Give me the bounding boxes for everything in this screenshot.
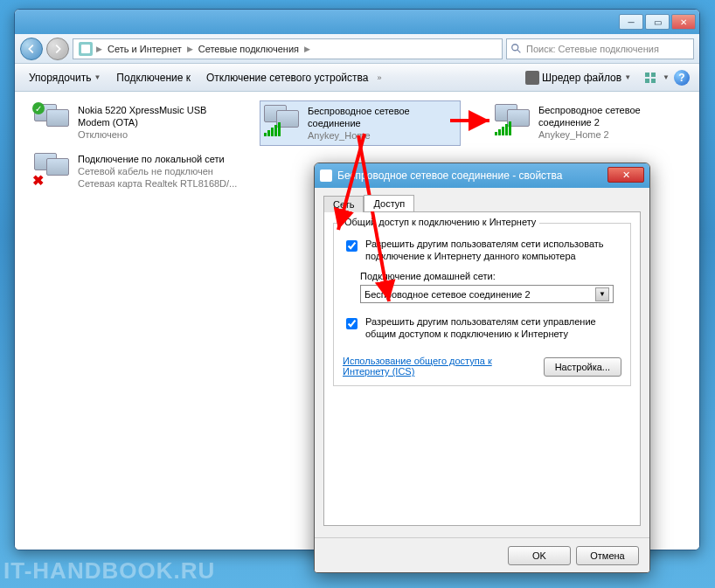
back-button[interactable]	[20, 38, 43, 60]
wifi-icon	[264, 105, 301, 136]
settings-button[interactable]: Настройка...	[544, 357, 621, 377]
connection-item-wifi1[interactable]: Беспроводное сетевое соединение Anykey_H…	[260, 100, 461, 146]
ok-button[interactable]: OK	[508, 546, 571, 565]
chevron-right-icon: ▶	[304, 45, 310, 53]
search-placeholder: Поиск: Сетевые подключения	[526, 44, 659, 54]
shredder-button[interactable]: Шредер файлов▼	[518, 67, 638, 88]
watermark: IT-HANDBOOK.RU	[3, 557, 215, 585]
svg-point-0	[512, 44, 518, 50]
connection-item-wifi2[interactable]: Беспроводное сетевое соединение 2 Anykey…	[491, 100, 684, 144]
group-legend: Общий доступ к подключению к Интернету	[341, 217, 539, 227]
lan-icon: ✖	[34, 153, 71, 184]
toolbar: Упорядочить▼ Подключение к Отключение се…	[15, 64, 699, 92]
dialog-titlebar: Беспроводное сетевое соединение - свойст…	[315, 163, 649, 188]
chevron-down-icon: ▼	[595, 287, 609, 301]
svg-rect-2	[645, 73, 649, 77]
allow-share-checkbox-row[interactable]: Разрешить другим пользователям сети испо…	[343, 238, 621, 262]
nav-bar: ▶ Сеть и Интернет ▶ Сетевые подключения …	[15, 34, 699, 64]
window-titlebar: ─ ▭ ✕	[15, 10, 699, 34]
connect-to-menu[interactable]: Подключение к	[109, 68, 198, 87]
dialog-close-button[interactable]: ✕	[607, 167, 644, 183]
modem-icon: ✓	[34, 104, 71, 135]
chevron-right-icon: »	[377, 73, 381, 82]
breadcrumb-bar[interactable]: ▶ Сеть и Интернет ▶ Сетевые подключения …	[73, 38, 503, 59]
home-connection-select[interactable]: Беспроводное сетевое соединение 2 ▼	[360, 285, 614, 303]
help-icon: ?	[674, 70, 690, 86]
allow-control-checkbox[interactable]	[346, 318, 358, 329]
home-connection-label: Подключение домашней сети:	[360, 271, 621, 281]
close-button[interactable]: ✕	[671, 14, 696, 30]
svg-rect-4	[645, 79, 649, 83]
chevron-down-icon: ▼	[94, 73, 101, 81]
network-icon	[79, 42, 93, 56]
dialog-footer: OK Отмена	[315, 537, 649, 572]
chevron-right-icon: ▶	[96, 45, 102, 53]
cancel-button[interactable]: Отмена	[576, 546, 639, 565]
breadcrumb-item[interactable]: Сетевые подключения	[193, 44, 304, 54]
tab-strip: Сеть Доступ	[323, 195, 641, 211]
search-icon	[510, 43, 523, 55]
disable-device-button[interactable]: Отключение сетевого устройства	[199, 68, 375, 87]
ics-help-link[interactable]: Использование общего доступа к Интернету…	[343, 356, 517, 377]
allow-share-checkbox[interactable]	[346, 240, 358, 252]
shredder-icon	[525, 71, 539, 85]
tab-sharing[interactable]: Доступ	[364, 195, 414, 211]
ics-group: Общий доступ к подключению к Интернету Р…	[333, 223, 631, 386]
tab-network[interactable]: Сеть	[323, 196, 364, 212]
allow-control-checkbox-row[interactable]: Разрешить другим пользователям сети упра…	[343, 315, 621, 340]
help-button[interactable]: ?	[671, 67, 692, 88]
wifi-icon	[495, 104, 531, 135]
svg-rect-5	[651, 79, 656, 83]
forward-button[interactable]	[46, 38, 69, 60]
svg-rect-3	[651, 73, 656, 77]
connection-item-modem[interactable]: ✓ Nokia 5220 XpressMusic USB Modem (OTA)…	[31, 100, 240, 144]
breadcrumb-item[interactable]: Сеть и Интернет	[102, 44, 187, 54]
dialog-icon	[320, 169, 332, 182]
view-options-button[interactable]	[640, 67, 661, 88]
properties-dialog: Беспроводное сетевое соединение - свойст…	[314, 163, 650, 573]
chevron-down-icon: ▼	[663, 73, 670, 81]
dialog-title: Беспроводное сетевое соединение - свойст…	[337, 169, 563, 182]
chevron-down-icon: ▼	[624, 73, 631, 81]
tab-panel-sharing: Общий доступ к подключению к Интернету Р…	[323, 211, 641, 526]
minimize-button[interactable]: ─	[619, 14, 643, 30]
chevron-right-icon: ▶	[187, 45, 193, 53]
connection-item-lan[interactable]: ✖ Подключение по локальной сети Сетевой …	[31, 149, 249, 193]
organize-menu[interactable]: Упорядочить▼	[22, 68, 108, 87]
svg-line-1	[517, 49, 521, 52]
search-input[interactable]: Поиск: Сетевые подключения	[506, 38, 694, 59]
maximize-button[interactable]: ▭	[645, 14, 670, 30]
